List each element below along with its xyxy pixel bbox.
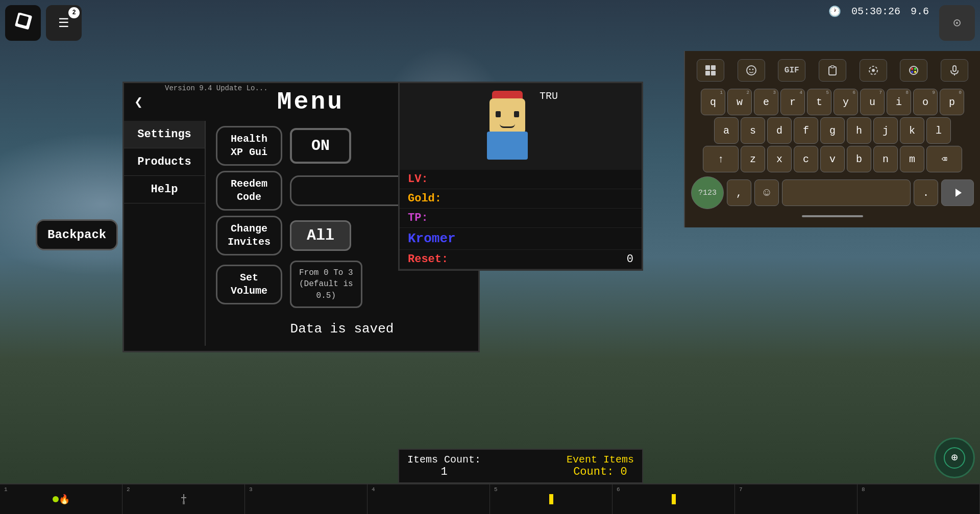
- stat-row-lv: LV:: [400, 170, 642, 189]
- key-k[interactable]: k: [900, 117, 924, 144]
- key-x[interactable]: x: [767, 146, 792, 172]
- set-volume-button[interactable]: SetVolume: [216, 265, 282, 304]
- svg-rect-5: [711, 71, 716, 75]
- key-r[interactable]: 4r: [780, 89, 805, 115]
- taskbar-slot-3[interactable]: 3: [245, 484, 368, 514]
- gamepad-button[interactable]: ⊕: [934, 438, 975, 478]
- avatar-body: [487, 132, 528, 160]
- invites-display[interactable]: All: [290, 220, 351, 251]
- key-v[interactable]: v: [820, 146, 845, 172]
- svg-rect-18: [953, 66, 956, 71]
- taskbar-slot-8[interactable]: 8: [857, 484, 980, 514]
- key-o[interactable]: 9o: [913, 89, 938, 115]
- key-symbols-green[interactable]: ?123: [691, 176, 724, 209]
- key-d[interactable]: d: [767, 117, 792, 144]
- key-g[interactable]: g: [820, 117, 845, 144]
- stat-row-gold: Gold:: [400, 189, 642, 209]
- notification-bell-icon: ☰: [58, 16, 69, 31]
- key-emoji[interactable]: ☺: [754, 179, 779, 206]
- taskbar-slot-7[interactable]: 7: [735, 484, 857, 514]
- svg-rect-2: [705, 65, 710, 70]
- taskbar-slot-6[interactable]: 6: [612, 484, 735, 514]
- sidebar-item-products[interactable]: Products: [124, 148, 205, 176]
- sidebar-item-settings[interactable]: Settings: [124, 121, 205, 148]
- key-b[interactable]: b: [847, 146, 871, 172]
- key-shift[interactable]: ↑: [703, 146, 739, 172]
- kb-tool-gif[interactable]: GIF: [778, 59, 805, 82]
- backpack-button[interactable]: Backpack: [36, 219, 118, 250]
- svg-marker-20: [955, 189, 962, 197]
- key-a[interactable]: a: [714, 117, 739, 144]
- notification-icon[interactable]: ☰ 2: [46, 5, 82, 41]
- svg-point-17: [914, 71, 916, 73]
- redeem-code-button[interactable]: ReedemCode: [216, 171, 282, 211]
- key-space[interactable]: [782, 179, 911, 206]
- reset-label: Reset:: [408, 253, 448, 266]
- kromer-label: Kromer: [408, 231, 456, 246]
- avatar: [479, 88, 535, 165]
- kb-tool-settings[interactable]: [860, 59, 887, 82]
- svg-point-14: [911, 68, 913, 70]
- stat-row-kromer: Kromer: [400, 228, 642, 250]
- key-backspace[interactable]: ⌫: [926, 146, 962, 172]
- health-toggle-on[interactable]: ON: [290, 128, 351, 164]
- event-items-value: Count: 0: [573, 466, 627, 478]
- signal-display: 9.6: [911, 6, 929, 17]
- key-send[interactable]: [941, 179, 974, 206]
- taskbar-slot-1[interactable]: 1 🔥: [0, 484, 122, 514]
- keyboard-row-zx: ↑ z x c v b n m ⌫: [688, 146, 977, 172]
- taskbar-slot-2[interactable]: 2: [122, 484, 245, 514]
- slot-bar-5: [549, 494, 553, 504]
- key-i[interactable]: 8i: [887, 89, 911, 115]
- svg-point-11: [872, 69, 875, 72]
- key-j[interactable]: j: [873, 117, 898, 144]
- key-period[interactable]: .: [914, 179, 938, 206]
- character-area: TRU: [400, 83, 642, 170]
- kb-tool-grid[interactable]: [697, 59, 724, 82]
- key-p[interactable]: 0p: [940, 89, 964, 115]
- key-y[interactable]: 6y: [834, 89, 858, 115]
- taskbar-slot-4[interactable]: 4: [368, 484, 490, 514]
- slot-num-2: 2: [127, 486, 130, 493]
- items-count-left: Items Count: 1: [407, 454, 481, 478]
- kb-tool-mic[interactable]: [941, 59, 968, 82]
- key-e[interactable]: 3e: [754, 89, 778, 115]
- key-c[interactable]: c: [794, 146, 818, 172]
- keyboard-toolbar: GIF: [688, 55, 977, 86]
- kb-tool-clipboard[interactable]: [819, 59, 846, 82]
- kb-tool-emoji-smile[interactable]: [738, 59, 765, 82]
- key-m[interactable]: m: [900, 146, 924, 172]
- svg-point-16: [911, 71, 913, 73]
- key-w[interactable]: 2w: [727, 89, 752, 115]
- sidebar-item-help[interactable]: Help: [124, 176, 205, 203]
- keyboard-bottom-row: ?123 , ☺ .: [688, 174, 977, 211]
- key-n[interactable]: n: [873, 146, 898, 172]
- svg-rect-4: [705, 71, 710, 75]
- key-u[interactable]: 7u: [860, 89, 885, 115]
- stat-row-reset: Reset: 0: [400, 250, 642, 269]
- menu-back-button[interactable]: ❮: [134, 93, 143, 111]
- key-h[interactable]: h: [847, 117, 871, 144]
- key-f[interactable]: f: [794, 117, 818, 144]
- change-invites-button[interactable]: ChangeInvites: [216, 216, 282, 255]
- kb-tool-palette[interactable]: [900, 59, 927, 82]
- avatar-head: [489, 98, 525, 134]
- key-t[interactable]: 5t: [807, 89, 831, 115]
- health-xp-gui-button[interactable]: HealthXP Gui: [216, 126, 282, 166]
- svg-rect-23: [183, 501, 185, 504]
- slot-num-5: 5: [494, 486, 498, 493]
- key-s[interactable]: s: [741, 117, 765, 144]
- key-l[interactable]: l: [926, 117, 951, 144]
- key-z[interactable]: z: [741, 146, 765, 172]
- svg-rect-10: [831, 66, 834, 68]
- chat-icon[interactable]: ⊙: [939, 5, 975, 41]
- key-q[interactable]: 1q: [701, 89, 725, 115]
- taskbar-slot-5[interactable]: 5: [490, 484, 612, 514]
- volume-hint: From 0 To 3(Default is0.5): [290, 261, 362, 308]
- menu-sidebar: Settings Products Help: [124, 121, 206, 346]
- roblox-icon[interactable]: [5, 5, 41, 41]
- data-saved-label: Data is saved: [216, 317, 468, 341]
- key-comma[interactable]: ,: [727, 179, 751, 206]
- keyboard-row-al: a s d f g h j k l: [688, 117, 977, 144]
- svg-text:⊕: ⊕: [951, 452, 958, 465]
